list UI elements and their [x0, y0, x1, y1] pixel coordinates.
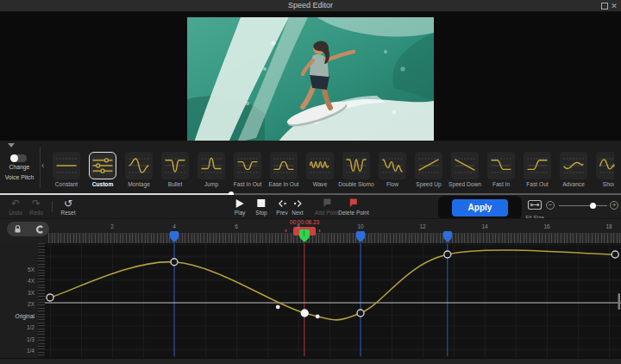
scroll-left-icon[interactable]: ‹: [41, 160, 44, 171]
preset-thumbnail: [487, 152, 515, 179]
preset-label: Fast In Out: [229, 181, 266, 187]
preset-thumbnail: [379, 152, 406, 179]
magnet-icon[interactable]: [34, 224, 44, 235]
ruler-number: 14: [481, 223, 487, 229]
voice-pitch-label-2: Voice Pitch: [0, 174, 39, 180]
zoom-slider-handle[interactable]: [590, 203, 596, 209]
preset-label: Fast Out: [519, 181, 555, 187]
preset-strip: Change Voice Pitch ‹ ConstantCustomMonta…: [0, 141, 621, 195]
ruler-number: 8: [297, 223, 300, 229]
add-point-icon: [322, 198, 333, 209]
toggle-knob: [10, 154, 18, 162]
preset-label: Custom: [85, 181, 121, 187]
video-preview: [187, 17, 434, 142]
vertical-scrollbar-thumb[interactable]: [618, 293, 621, 310]
preset-thumbnail: [270, 152, 298, 179]
bezier-handle[interactable]: [276, 305, 280, 310]
speed-editor-window: Speed Editor ✕: [0, 0, 621, 364]
stop-button[interactable]: Stop: [255, 198, 267, 216]
preset-double_slomo[interactable]: Double Slomo: [338, 141, 374, 195]
zoom-out-icon[interactable]: −: [546, 201, 555, 210]
preset-label: Show: [592, 181, 614, 187]
preset-thumbnail: [234, 152, 261, 179]
delete-point-button[interactable]: Delete Point: [338, 198, 368, 216]
blue-marker-pin[interactable]: [356, 231, 365, 242]
preset-sliders[interactable]: Custom: [85, 141, 121, 195]
preset-list: ConstantCustomMontageBulletJumpFast In O…: [48, 141, 614, 195]
preset-thumbnail: [524, 152, 551, 179]
preset-fast_out[interactable]: Fast Out: [519, 141, 555, 195]
prev-button[interactable]: Prev: [276, 198, 287, 216]
preset-advance[interactable]: Advance: [555, 141, 592, 195]
preset-show[interactable]: Show: [592, 141, 614, 195]
preset-constant[interactable]: Constant: [48, 141, 85, 195]
collapse-arrow-icon[interactable]: [8, 143, 15, 147]
preset-jump[interactable]: Jump: [193, 141, 229, 195]
bottom-strip: [0, 358, 621, 364]
ruler-number: 6: [235, 223, 238, 229]
surfer-frame: [187, 17, 434, 142]
preset-flow[interactable]: Flow: [374, 141, 411, 195]
play-button[interactable]: Play: [235, 198, 246, 216]
playhead-left-arrow-icon[interactable]: ‹: [285, 227, 287, 235]
keyframe-point[interactable]: [612, 251, 618, 258]
preset-ease_in_out[interactable]: Ease In Out: [266, 141, 302, 195]
speed-curve[interactable]: [50, 250, 615, 320]
preset-speed_down[interactable]: Speed Down: [447, 141, 483, 195]
zoom-slider-track[interactable]: [559, 205, 607, 206]
keyframe-point[interactable]: [47, 294, 53, 301]
stop-icon: [258, 199, 266, 207]
blue-marker-pin[interactable]: [170, 231, 179, 242]
lock-icon[interactable]: [13, 224, 22, 234]
preset-thumbnail: [198, 152, 225, 179]
preset-speed_up[interactable]: Speed Up: [411, 141, 447, 195]
preset-label: Advance: [555, 181, 592, 187]
toolbar: ↶ Undo ↷ Redo ↺ Reset Play Stop Prev: [0, 195, 621, 218]
keyframe-point-selected[interactable]: [301, 310, 308, 317]
ruler-number: 18: [605, 223, 612, 229]
undo-button[interactable]: ↶ Undo: [9, 198, 22, 216]
apply-button[interactable]: Apply: [452, 199, 508, 217]
preset-montage[interactable]: Montage: [121, 141, 157, 195]
preset-label: Wave: [302, 181, 338, 187]
ruler-number: 16: [543, 223, 549, 229]
preset-label: Jump: [193, 181, 229, 187]
preview-area: [0, 12, 621, 141]
preset-label: Montage: [121, 181, 157, 187]
voice-pitch-toggle[interactable]: [10, 154, 27, 162]
preset-thumbnail: [415, 152, 442, 179]
window-title: Speed Editor: [0, 1, 621, 9]
scroll-right-icon[interactable]: ›: [612, 160, 615, 171]
blue-marker-pin[interactable]: [443, 231, 452, 242]
preset-thumbnail: [596, 152, 614, 179]
preset-label: Double Slomo: [338, 181, 374, 187]
preset-wave[interactable]: Wave: [302, 141, 338, 195]
zoom-in-icon[interactable]: +: [610, 201, 618, 210]
ruler-number: 4: [172, 223, 176, 229]
prev-icon: [277, 198, 287, 209]
preset-label: Speed Up: [411, 181, 447, 187]
next-button[interactable]: Next: [292, 198, 303, 216]
preset-thumbnail: [89, 152, 116, 179]
preset-thumbnail: [306, 152, 334, 179]
playhead-right-arrow-icon[interactable]: ›: [318, 227, 321, 235]
preset-label: Bullet: [157, 181, 193, 187]
add-point-button[interactable]: Add Point: [315, 198, 339, 216]
green-marker-pin[interactable]: [299, 229, 310, 242]
preset-fast_in_out[interactable]: Fast In Out: [229, 141, 266, 195]
close-button[interactable]: ✕: [609, 0, 619, 12]
bezier-handle[interactable]: [316, 315, 320, 319]
maximize-button[interactable]: [601, 3, 608, 9]
keyframe-point[interactable]: [171, 259, 178, 266]
preset-fast_in[interactable]: Fast In: [483, 141, 519, 195]
voice-pitch-label-1: Change: [0, 164, 39, 170]
ruler-tools: [7, 222, 49, 236]
redo-button[interactable]: ↷ Redo: [29, 198, 43, 216]
keyframe-point[interactable]: [444, 251, 451, 258]
keyframe-point[interactable]: [357, 310, 364, 317]
next-icon: [292, 198, 303, 209]
divider: [40, 147, 41, 188]
reset-button[interactable]: ↺ Reset: [61, 198, 76, 216]
preset-bullet[interactable]: Bullet: [157, 141, 193, 195]
preset-thumbnail: [451, 152, 479, 179]
